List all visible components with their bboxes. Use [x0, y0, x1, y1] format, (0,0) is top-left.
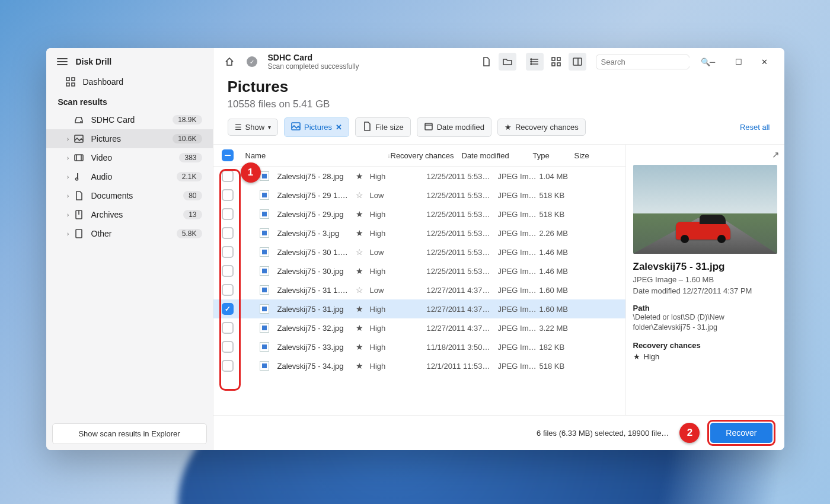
clear-filter-icon[interactable]: ✕	[336, 123, 342, 132]
show-filter[interactable]: ☰ Show ▾	[228, 119, 279, 136]
row-checkbox[interactable]	[222, 284, 234, 296]
sidebar-item-other[interactable]: › Other 5.8K	[46, 224, 213, 243]
search-field[interactable]	[601, 58, 701, 66]
panel-view-icon[interactable]	[569, 53, 586, 71]
table-row[interactable]: Zalevskij75 - 33.jpg★High11/18/2011 3:50…	[213, 337, 625, 356]
svg-point-4	[80, 122, 81, 122]
col-type[interactable]: Type	[533, 151, 574, 160]
drive-icon	[72, 115, 85, 125]
row-checkbox[interactable]	[222, 265, 234, 277]
preview-rc-value: ★High	[633, 352, 777, 361]
type-value: JPEG Im…	[498, 324, 540, 333]
row-checkbox[interactable]	[222, 322, 234, 334]
sidebar-dashboard[interactable]: Dashboard	[46, 72, 213, 91]
reset-filters-link[interactable]: Reset all	[740, 123, 770, 132]
sidebar-item-audio[interactable]: › Audio 2.1K	[46, 167, 213, 186]
grid-view-icon[interactable]	[547, 53, 565, 71]
col-recovery[interactable]: Recovery chances	[391, 151, 462, 160]
minimize-button[interactable]: ─	[700, 53, 725, 71]
list-view-icon[interactable]	[526, 53, 544, 71]
table-row[interactable]: Zalevskij75 - 32.jpg★High12/27/2011 4:37…	[213, 318, 625, 337]
home-icon[interactable]	[221, 53, 238, 71]
file-view-icon[interactable]	[477, 53, 495, 71]
row-checkbox[interactable]	[222, 208, 234, 220]
svg-point-7	[75, 178, 78, 180]
image-file-icon	[260, 304, 269, 314]
type-value: JPEG Im…	[498, 286, 540, 295]
table-row[interactable]: Zalevskij75 - 30 1….☆Low12/25/2011 5:53……	[213, 243, 625, 261]
sidebar-item-sdhc[interactable]: SDHC Card 18.9K	[46, 110, 213, 129]
row-checkbox[interactable]	[222, 341, 234, 353]
sidebar-item-documents[interactable]: › Documents 80	[46, 186, 213, 205]
filesize-filter[interactable]: File size	[355, 117, 411, 137]
row-checkbox[interactable]	[222, 170, 234, 182]
chevron-right-icon: ›	[64, 230, 72, 237]
col-size[interactable]: Size	[574, 151, 617, 160]
row-checkbox[interactable]	[222, 360, 234, 372]
table-row[interactable]: Zalevskij75 - 30.jpg★High12/25/2011 5:53…	[213, 261, 625, 280]
video-icon	[72, 153, 85, 162]
sidebar-item-video[interactable]: › Video 383	[46, 148, 213, 167]
date-value: 12/25/2011 5:53…	[427, 267, 498, 276]
app-title: Disk Drill	[76, 57, 112, 66]
select-all-checkbox[interactable]	[222, 149, 237, 161]
table-row[interactable]: Zalevskij75 - 29.jpg★High12/25/2011 5:53…	[213, 205, 625, 224]
date-value: 12/25/2011 5:53…	[427, 229, 498, 238]
table-row[interactable]: Zalevskij75 - 31.jpg★High12/27/2011 4:37…	[213, 299, 625, 318]
header-subtitle: Scan completed successfully	[268, 62, 359, 71]
count-badge: 10.6K	[173, 134, 202, 143]
pictures-filter[interactable]: Pictures ✕	[284, 117, 349, 137]
star-icon: ★	[356, 228, 370, 238]
table-row[interactable]: Zalevskij75 - 34.jpg★High12/1/2011 11:53…	[213, 356, 625, 375]
recovery-value: High	[370, 305, 427, 314]
document-icon	[72, 191, 85, 200]
sidebar-item-pictures[interactable]: › Pictures 10.6K	[46, 129, 213, 148]
titlebar: ✓ SDHC Card Scan completed successfully …	[213, 48, 784, 75]
search-input[interactable]: 🔍	[596, 55, 689, 69]
table-row[interactable]: Zalevskij75 - 31 1….☆Low12/27/2011 4:37……	[213, 280, 625, 299]
chevron-right-icon: ›	[64, 173, 72, 180]
table-row[interactable]: Zalevskij75 - 28.jpg★High12/25/2011 5:53…	[213, 167, 625, 186]
show-in-explorer-button[interactable]: Show scan results in Explorer	[52, 423, 207, 444]
recover-button[interactable]: Recover	[710, 423, 772, 443]
close-button[interactable]: ✕	[752, 53, 777, 71]
sidebar-item-archives[interactable]: › Archives 13	[46, 205, 213, 224]
sidebar-item-label: Archives	[91, 210, 123, 219]
preview-filename: Zalevskij75 - 31.jpg	[633, 261, 777, 273]
col-date[interactable]: Date modified	[462, 151, 533, 160]
date-filter[interactable]: Date modified	[417, 117, 491, 137]
filter-icon: ☰	[235, 123, 242, 132]
image-file-icon	[260, 342, 269, 352]
selection-status: 6 files (6.33 MB) selected, 18900 file…	[537, 429, 669, 438]
hamburger-icon[interactable]	[57, 58, 68, 65]
app-window: Disk Drill Dashboard Scan results SDHC C…	[46, 48, 784, 450]
page-header: Pictures 10558 files on 5.41 GB	[213, 75, 784, 117]
layout-toggle-group	[526, 53, 586, 71]
document-icon	[362, 122, 372, 133]
row-checkbox[interactable]	[222, 189, 234, 201]
row-checkbox[interactable]	[222, 246, 234, 258]
table-row[interactable]: Zalevskij75 - 3.jpg★High12/25/2011 5:53……	[213, 224, 625, 243]
chevron-right-icon: ›	[64, 192, 72, 199]
col-name[interactable]: Name↓	[237, 151, 391, 160]
image-file-icon	[260, 171, 269, 181]
folder-view-icon[interactable]	[499, 53, 516, 71]
row-checkbox[interactable]	[222, 303, 234, 315]
calendar-icon	[424, 122, 433, 133]
recovery-filter[interactable]: ★ Recovery chances	[497, 119, 586, 136]
col-name-label: Name	[245, 151, 266, 160]
star-icon: ☆	[356, 285, 370, 295]
open-external-icon[interactable]: ↗	[772, 149, 780, 160]
table-row[interactable]: Zalevskij75 - 29 1….☆Low12/25/2011 5:53……	[213, 186, 625, 205]
page-subtitle: 10558 files on 5.41 GB	[228, 98, 770, 110]
sidebar: Disk Drill Dashboard Scan results SDHC C…	[46, 48, 213, 450]
row-checkbox[interactable]	[222, 227, 234, 239]
recovery-value: High	[370, 210, 427, 219]
type-value: JPEG Im…	[498, 172, 540, 181]
preview-image	[633, 165, 777, 254]
rc-text: High	[644, 352, 660, 361]
type-value: JPEG Im…	[498, 229, 540, 238]
filesize-label: File size	[375, 123, 404, 132]
maximize-button[interactable]: ☐	[726, 53, 751, 71]
date-value: 12/27/2011 4:37…	[427, 305, 498, 314]
